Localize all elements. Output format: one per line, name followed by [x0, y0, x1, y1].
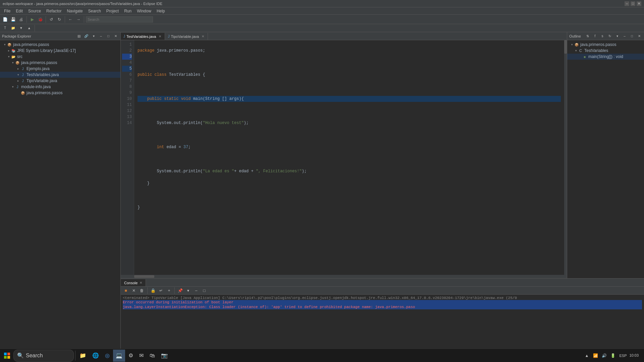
- outline-hide-static-button[interactable]: s: [600, 34, 605, 39]
- print-button[interactable]: 🖨: [17, 16, 25, 23]
- console-word-wrap-button[interactable]: ↵: [157, 287, 165, 294]
- package-explorer-header: Package Explorer ▤ 🔗 ▾ – □ ✕: [0, 32, 120, 40]
- tree-item-tipovariable[interactable]: ▸ J TipoVariable.java: [0, 78, 120, 84]
- minimize-panel-button[interactable]: –: [98, 34, 104, 39]
- outline-item-method[interactable]: ■ main(String[]) : void: [567, 54, 644, 60]
- minimize-button[interactable]: –: [625, 1, 629, 6]
- taskbar-eclipse-button[interactable]: ◎: [102, 350, 112, 362]
- editor-hscrollbar[interactable]: [121, 275, 567, 278]
- new-button[interactable]: 📄: [1, 16, 9, 23]
- tab-console[interactable]: Console ✕: [121, 279, 146, 286]
- undo-button[interactable]: ↺: [48, 16, 55, 23]
- outline-maximize-button[interactable]: □: [629, 34, 635, 39]
- console-menu-button[interactable]: ▾: [184, 287, 192, 294]
- redo-button[interactable]: ↻: [56, 16, 63, 23]
- tray-volume-icon[interactable]: 🔊: [600, 352, 608, 359]
- tab-close-tv[interactable]: ✕: [159, 35, 161, 38]
- outline-close-button[interactable]: ✕: [637, 34, 642, 39]
- maximize-button[interactable]: □: [631, 1, 635, 6]
- outline-item-class[interactable]: ▾ C TestVariables: [567, 48, 644, 54]
- outline-menu-button[interactable]: ▾: [614, 34, 620, 39]
- taskbar-active-eclipse[interactable]: 💻: [113, 350, 125, 362]
- tree-item-module[interactable]: ▾ J module-info.java: [0, 84, 120, 90]
- tree-item-module-pkg[interactable]: 📦 java.primeros.pasos: [0, 90, 120, 96]
- open-type-button[interactable]: T: [1, 24, 9, 32]
- console-clear-button[interactable]: 🗑: [138, 287, 146, 294]
- collapse-all-button[interactable]: ▤: [76, 34, 82, 39]
- forward-button[interactable]: →: [75, 16, 82, 23]
- taskbar-browser-button[interactable]: 🌐: [90, 350, 102, 362]
- link-editor-button[interactable]: 🔗: [84, 34, 89, 39]
- taskbar-search-button[interactable]: 🔍 Search: [13, 350, 74, 362]
- outline-header: Outline ⇅ f s ↻ ▾ – □ ✕: [567, 32, 644, 40]
- tab-tipovariable[interactable]: J TipoVariable.java ✕: [165, 33, 208, 40]
- menu-search[interactable]: Search: [86, 8, 104, 14]
- console-minimize-button[interactable]: –: [193, 287, 200, 294]
- tree-item-package[interactable]: ▾ 📦 java.primeros.pasos: [0, 60, 120, 66]
- outline-hide-fields-button[interactable]: f: [592, 34, 598, 39]
- menu-window[interactable]: Window: [134, 8, 154, 14]
- tray-up-arrow[interactable]: ▲: [583, 352, 590, 359]
- close-button[interactable]: ✕: [637, 1, 641, 6]
- taskbar-mail-button[interactable]: ✉: [137, 350, 146, 362]
- tab-testvariables[interactable]: J TestVariables.java ✕: [121, 33, 165, 40]
- tree-item-jre[interactable]: ▸ 📚 JRE System Library [JavaSE-17]: [0, 48, 120, 54]
- taskbar-settings-button[interactable]: ⚙: [126, 350, 136, 362]
- jre-icon: 📚: [11, 48, 16, 53]
- menu-run[interactable]: Run: [121, 8, 134, 14]
- outline-minimize-button[interactable]: –: [622, 34, 627, 39]
- console-close-btn[interactable]: ✕: [140, 281, 142, 285]
- console-toolbar: ■ ✕ 🗑 🔒 ↵ + 📌 ▾ – □: [121, 287, 644, 295]
- menu-navigate[interactable]: Navigate: [64, 8, 85, 14]
- prev-annotation-button[interactable]: ▲: [25, 24, 33, 32]
- tray-battery-icon[interactable]: 🔋: [609, 352, 616, 359]
- menu-project[interactable]: Project: [104, 8, 121, 14]
- outline-sort-button[interactable]: ⇅: [585, 34, 590, 39]
- outline-item-pkg[interactable]: ▾ 📦 java.primeros.pasos: [567, 42, 644, 48]
- tree-item-root[interactable]: ▾ 📦 java.primeros.pasos: [0, 42, 120, 48]
- menu-bar: File Edit Source Refactor Navigate Searc…: [0, 7, 644, 15]
- console-pin-button[interactable]: 📌: [176, 287, 184, 294]
- console-scroll-lock-button[interactable]: 🔒: [149, 287, 157, 294]
- menu-help[interactable]: Help: [154, 8, 168, 14]
- menu-source[interactable]: Source: [25, 8, 44, 14]
- tree-arrow-tipovariable: ▸: [16, 79, 20, 82]
- console-remove-button[interactable]: ✕: [130, 287, 138, 294]
- run-button[interactable]: ▶: [29, 16, 36, 23]
- outline-sync-button[interactable]: ↻: [607, 34, 612, 39]
- editor-scrollbar-thumb[interactable]: [564, 40, 567, 54]
- close-panel-button[interactable]: ✕: [113, 34, 118, 39]
- start-button[interactable]: [1, 350, 13, 362]
- menu-edit[interactable]: Edit: [13, 8, 25, 14]
- tree-item-src[interactable]: ▾ 📂 src: [0, 54, 120, 60]
- svg-rect-1: [7, 353, 10, 355]
- editor-scrollbar[interactable]: [564, 40, 567, 275]
- tab-close-tipo[interactable]: ✕: [202, 35, 204, 38]
- outline-method-label: main(String[]) : void: [588, 54, 623, 59]
- console-new-button[interactable]: +: [165, 287, 173, 294]
- tree-item-ejemplo[interactable]: ▸ J Ejemplo.java: [0, 66, 120, 72]
- outline-pkg-label: java.primeros.pasos: [580, 42, 616, 47]
- maximize-panel-button[interactable]: □: [106, 34, 111, 39]
- back-button[interactable]: ←: [67, 16, 74, 23]
- view-menu-button[interactable]: ▾: [91, 34, 96, 39]
- menu-file[interactable]: File: [1, 8, 13, 14]
- save-button[interactable]: 💾: [9, 16, 17, 23]
- console-terminate-button[interactable]: ■: [122, 287, 129, 294]
- code-editor: J TestVariables.java ✕ J TipoVariable.ja…: [121, 32, 567, 278]
- tray-network-icon[interactable]: 📶: [592, 352, 599, 359]
- search-input[interactable]: [86, 16, 153, 22]
- search-icon: 🔍: [17, 352, 24, 359]
- menu-refactor[interactable]: Refactor: [44, 8, 64, 14]
- tree-item-testvariables[interactable]: ▾ J TestVariables.java: [0, 72, 120, 78]
- system-clock[interactable]: 10:03: [629, 353, 641, 358]
- debug-button[interactable]: 🐞: [37, 16, 44, 23]
- tree-tipovariable-label: TipoVariable.java: [26, 78, 57, 83]
- console-maximize-button[interactable]: □: [201, 287, 208, 294]
- code-content[interactable]: package java.primeros.pasos; public clas…: [134, 40, 564, 275]
- taskbar-photos-button[interactable]: 📷: [158, 350, 170, 362]
- open-resource-button[interactable]: 📁: [9, 24, 17, 32]
- next-annotation-button[interactable]: ▼: [17, 24, 25, 32]
- taskbar-store-button[interactable]: 🛍: [147, 350, 158, 362]
- taskbar-folder-button[interactable]: 📁: [77, 350, 89, 362]
